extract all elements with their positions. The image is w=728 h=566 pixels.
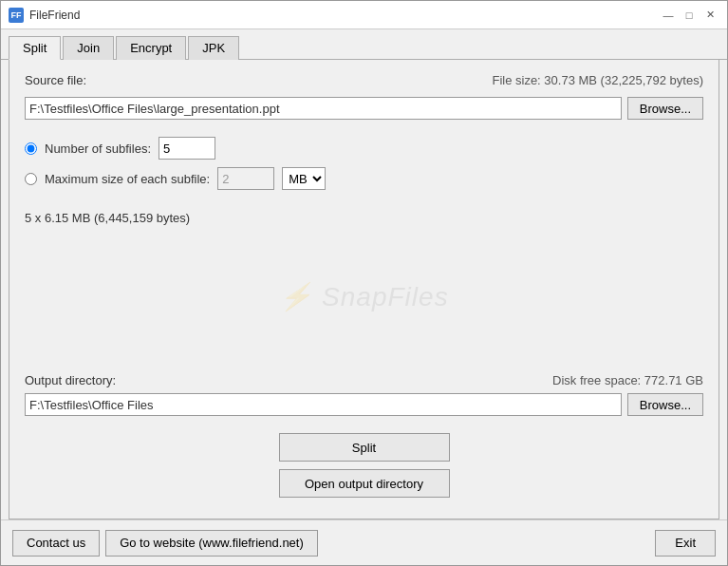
tab-join[interactable]: Join	[63, 36, 114, 60]
output-dir-row: Browse...	[25, 393, 703, 416]
num-subfiles-label: Number of subfiles:	[45, 142, 151, 156]
split-info-text: 5 x 6.15 MB (6,445,159 bytes)	[25, 207, 703, 229]
options-section: Number of subfiles: Maximum size of each…	[25, 129, 703, 198]
max-size-row: Maximum size of each subfile: MB KB GB	[25, 167, 703, 190]
action-buttons-section: Split Open output directory	[25, 425, 703, 505]
output-browse-button[interactable]: Browse...	[627, 393, 703, 416]
main-window: FF FileFriend — □ ✕ Split Join Encrypt J…	[0, 0, 728, 566]
output-dir-input[interactable]	[25, 393, 622, 416]
content-area: Source file: File size: 30.73 MB (32,225…	[9, 60, 719, 519]
num-subfiles-row: Number of subfiles:	[25, 137, 703, 160]
output-header-row: Output directory: Disk free space: 772.7…	[25, 373, 703, 387]
info-watermark-area: 5 x 6.15 MB (6,445,159 bytes) ⚡ SnapFile…	[25, 207, 703, 364]
disk-free-label: Disk free space: 772.71 GB	[552, 373, 703, 387]
max-size-radio[interactable]	[25, 173, 37, 185]
window-title: FileFriend	[29, 9, 80, 22]
file-size-label: File size: 30.73 MB (32,225,792 bytes)	[492, 73, 703, 87]
title-bar: FF FileFriend — □ ✕	[1, 1, 727, 29]
tabs-bar: Split Join Encrypt JPK	[1, 29, 727, 60]
close-button[interactable]: ✕	[700, 6, 719, 25]
open-output-button[interactable]: Open output directory	[279, 469, 450, 498]
output-section: Output directory: Disk free space: 772.7…	[25, 373, 703, 416]
website-button[interactable]: Go to website (www.filefriend.net)	[105, 530, 318, 557]
minimize-button[interactable]: —	[659, 6, 678, 25]
source-file-row: Browse...	[25, 97, 703, 120]
title-bar-left: FF FileFriend	[9, 8, 80, 23]
exit-button[interactable]: Exit	[655, 530, 716, 557]
num-subfiles-radio[interactable]	[25, 142, 37, 155]
max-size-input[interactable]	[217, 167, 274, 190]
footer: Contact us Go to website (www.filefriend…	[1, 519, 727, 565]
source-file-label: Source file:	[25, 73, 86, 87]
app-icon: FF	[9, 8, 24, 23]
split-button[interactable]: Split	[279, 433, 450, 462]
title-bar-controls: — □ ✕	[659, 6, 719, 25]
size-unit-select[interactable]: MB KB GB	[282, 167, 326, 190]
watermark-area: ⚡ SnapFiles	[25, 229, 703, 364]
footer-left: Contact us Go to website (www.filefriend…	[12, 530, 318, 557]
tab-split[interactable]: Split	[9, 36, 61, 60]
watermark-text: ⚡ SnapFiles	[279, 281, 448, 312]
max-size-label: Maximum size of each subfile:	[45, 172, 210, 186]
tab-jpk[interactable]: JPK	[188, 36, 239, 60]
source-file-input[interactable]	[25, 97, 622, 120]
source-file-header-row: Source file: File size: 30.73 MB (32,225…	[25, 73, 703, 87]
output-label: Output directory:	[25, 373, 116, 387]
tab-encrypt[interactable]: Encrypt	[116, 36, 186, 60]
maximize-button[interactable]: □	[680, 6, 699, 25]
num-subfiles-input[interactable]	[159, 137, 215, 160]
source-browse-button[interactable]: Browse...	[627, 97, 703, 120]
contact-us-button[interactable]: Contact us	[12, 530, 100, 557]
